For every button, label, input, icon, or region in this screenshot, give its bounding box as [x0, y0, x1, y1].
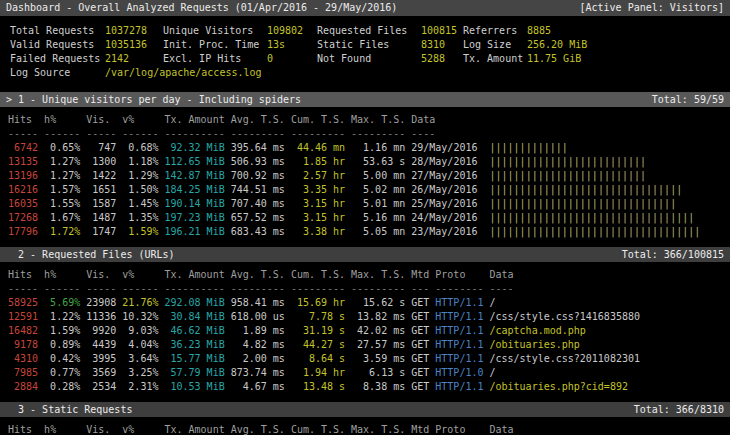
cell-avg-ts: 4.82 ms [231, 338, 285, 352]
cell-vis: 23908 [86, 296, 116, 310]
table-row[interactable]: 28840.28%25342.31%10.53 MiB4.67 ms13.48 … [0, 380, 730, 394]
cell-vpct: 21.76% [122, 296, 158, 310]
hits-bar: |||||||||||||||||||||||||||||||||| [490, 211, 695, 225]
panel-title: > 1 - Unique visitors per day - Includin… [6, 92, 301, 107]
cell-vis: 4439 [86, 338, 116, 352]
panel-header-static-requests[interactable]: 3 - Static Requests Total: 366/8310 [0, 402, 730, 417]
cell-proto: HTTP/1.1 [435, 380, 483, 394]
col-header-tx-amount: Tx. Amount [164, 423, 224, 435]
cell-hits: 13196 [8, 169, 38, 183]
cell-data: / [489, 366, 495, 380]
cell-vis: 3569 [86, 366, 116, 380]
col-dashes-avg-ts: --------- [231, 282, 285, 296]
table-row[interactable]: 131351.27%13001.18%112.65 MiB506.93 ms1.… [0, 155, 730, 169]
cell-data: 25/May/2016 [411, 197, 477, 211]
cell-hpct: 0.42% [44, 352, 80, 366]
col-header-vpct: v% [122, 113, 158, 127]
cell-avg-ts: 657.52 ms [231, 211, 285, 225]
column-separator-row: ----------------------------------------… [0, 282, 730, 296]
cell-hits: 9178 [8, 338, 38, 352]
hits-bar: ||||||||||||||||||||||||||||||||||| [490, 225, 701, 239]
cell-avg-ts: 958.41 ms [231, 296, 285, 310]
table-row[interactable]: 160351.55%15871.45%190.14 MiB707.40 ms3.… [0, 197, 730, 211]
cell-max-ts: 5.01 mn [351, 197, 405, 211]
table-row[interactable]: 67420.65%7470.68%92.32 MiB395.64 ms44.46… [0, 141, 730, 155]
cell-vis: 2534 [86, 380, 116, 394]
col-dashes-mtd: --- [411, 282, 429, 296]
cell-data: / [489, 296, 495, 310]
summary-label: Init. Proc. Time [163, 38, 267, 52]
cell-hits: 16482 [8, 324, 38, 338]
cell-tx-amount: 46.62 MiB [164, 324, 224, 338]
cell-vpct: 4.04% [122, 338, 158, 352]
cell-data: 23/May/2016 [411, 225, 477, 239]
col-dashes-tx-amount: ---------- [164, 282, 224, 296]
panel-total: Total: 59/59 [652, 92, 724, 107]
cell-data: 27/May/2016 [411, 169, 477, 183]
col-header-tx-amount: Tx. Amount [164, 268, 224, 282]
panel-table-static-requests: Hitsh%Vis.v%Tx. AmountAvg. T.S.Cum. T.S.… [0, 417, 730, 435]
table-row[interactable]: 164821.59%99209.03%46.62 MiB1.89 ms31.19… [0, 324, 730, 338]
panel-title: 2 - Requested Files (URLs) [6, 247, 175, 262]
col-header-data: Data [489, 423, 513, 435]
table-row[interactable]: 125911.22%1133610.32%30.84 MiB618.00 us7… [0, 310, 730, 324]
table-row[interactable]: 131961.27%14221.29%142.87 MiB700.92 ms2.… [0, 169, 730, 183]
cell-tx-amount: 292.08 MiB [164, 296, 224, 310]
cell-vis: 1747 [86, 225, 116, 239]
col-header-cum-ts: Cum. T.S. [291, 423, 345, 435]
col-header-max-ts: Max. T.S. [351, 268, 405, 282]
cell-tx-amount: 92.32 MiB [164, 141, 224, 155]
col-dashes-hpct: ------ [44, 127, 80, 141]
cell-hits: 4310 [8, 352, 38, 366]
cell-hits: 58925 [8, 296, 38, 310]
column-header-row: Hitsh%Vis.v%Tx. AmountAvg. T.S.Cum. T.S.… [0, 268, 730, 282]
table-row[interactable]: 162161.57%16511.50%184.25 MiB744.51 ms3.… [0, 183, 730, 197]
cell-hpct: 1.55% [44, 197, 80, 211]
cell-tx-amount: 190.14 MiB [164, 197, 224, 211]
col-header-avg-ts: Avg. T.S. [231, 113, 285, 127]
col-dashes-hits: ----- [8, 127, 38, 141]
cell-vis: 1422 [86, 169, 116, 183]
cell-tx-amount: 15.77 MiB [164, 352, 224, 366]
col-header-hpct: h% [44, 268, 80, 282]
cell-hpct: 1.27% [44, 169, 80, 183]
cell-cum-ts: 3.15 hr [291, 197, 345, 211]
cell-avg-ts: 744.51 ms [231, 183, 285, 197]
summary-value: /var/log/apache/access.log [105, 66, 730, 80]
col-header-max-ts: Max. T.S. [351, 113, 405, 127]
cell-avg-ts: 700.92 ms [231, 169, 285, 183]
cell-hpct: 1.72% [44, 225, 80, 239]
table-row[interactable]: 589255.69%2390821.76%292.08 MiB958.41 ms… [0, 296, 730, 310]
cell-data: /captcha.mod.php [489, 324, 585, 338]
col-header-vpct: v% [122, 268, 158, 282]
col-header-max-ts: Max. T.S. [351, 423, 405, 435]
cell-data: 26/May/2016 [411, 183, 477, 197]
cell-mtd: GET [411, 352, 429, 366]
cell-mtd: GET [411, 338, 429, 352]
table-row[interactable]: 43100.42%39953.64%15.77 MiB2.00 ms8.64 s… [0, 352, 730, 366]
cell-max-ts: 8.38 ms [351, 380, 405, 394]
panel-header-unique-visitors[interactable]: > 1 - Unique visitors per day - Includin… [0, 92, 730, 107]
cell-tx-amount: 142.87 MiB [164, 169, 224, 183]
table-row[interactable]: 177961.72%17471.59%196.21 MiB683.43 ms3.… [0, 225, 730, 239]
cell-hpct: 1.22% [44, 310, 80, 324]
summary-label: Total Requests [10, 24, 105, 38]
cell-avg-ts: 707.40 ms [231, 197, 285, 211]
panel-header-requested-files[interactable]: 2 - Requested Files (URLs) Total: 366/10… [0, 247, 730, 262]
panel-total: Total: 366/100815 [622, 247, 724, 262]
panel-table-requested-files: Hitsh%Vis.v%Tx. AmountAvg. T.S.Cum. T.S.… [0, 262, 730, 394]
col-dashes-vis: ----- [86, 127, 116, 141]
cell-tx-amount: 30.84 MiB [164, 310, 224, 324]
cell-max-ts: 5.16 mn [351, 211, 405, 225]
goaccess-dashboard: Dashboard - Overall Analyzed Requests (0… [0, 0, 730, 435]
col-header-avg-ts: Avg. T.S. [231, 268, 285, 282]
table-row[interactable]: 91780.89%44394.04%36.23 MiB4.82 ms44.27 … [0, 338, 730, 352]
cell-max-ts: 42.02 ms [351, 324, 405, 338]
cell-vpct: 9.03% [122, 324, 158, 338]
cell-mtd: GET [411, 366, 429, 380]
cell-vpct: 3.25% [122, 366, 158, 380]
cell-cum-ts: 1.85 hr [291, 155, 345, 169]
table-row[interactable]: 79850.77%35693.25%57.79 MiB873.74 ms1.94… [0, 366, 730, 380]
table-row[interactable]: 172681.67%14871.35%197.23 MiB657.52 ms3.… [0, 211, 730, 225]
cell-avg-ts: 2.00 ms [231, 352, 285, 366]
